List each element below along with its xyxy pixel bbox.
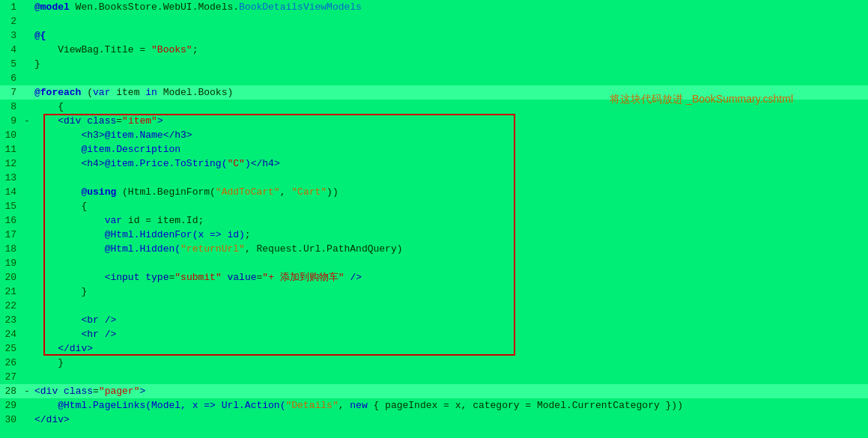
token-plain: [222, 272, 228, 283]
code-line: 15 {: [0, 199, 868, 213]
token-plain: [34, 243, 105, 255]
line-number: 6: [0, 71, 22, 85]
line-number: 13: [0, 171, 22, 185]
token-kw-razor: @model: [34, 1, 70, 13]
line-content: <div class="item">: [31, 114, 868, 128]
line-number: 22: [0, 299, 22, 313]
code-line: 23 <br />: [0, 313, 868, 327]
line-number: 16: [0, 213, 22, 228]
code-line: 20 <input type="submit" value="+ 添加到购物车"…: [0, 270, 868, 285]
line-number: 27: [0, 370, 22, 384]
token-tag-blue: </div>: [58, 343, 93, 354]
token-kw-razor: @using: [81, 186, 116, 198]
token-tag-blue: <h3>: [81, 130, 104, 141]
token-plain: Wen.BooksStore.WebUI.Models.: [70, 1, 239, 13]
line-number: 4: [0, 43, 22, 57]
line-content: }: [31, 285, 868, 299]
line-number: 2: [0, 14, 22, 28]
token-plain: [34, 314, 81, 326]
line-content: }: [31, 57, 868, 71]
token-plain: [34, 215, 105, 226]
token-plain: [34, 329, 81, 340]
line-content: <hr />: [31, 327, 868, 341]
fold-indicator[interactable]: -: [22, 384, 31, 398]
line-number: 23: [0, 313, 22, 327]
line-number: 5: [0, 57, 22, 71]
line-number: 29: [0, 398, 22, 413]
token-plain: { pageIndex = x, category = Model.Curren…: [368, 400, 683, 411]
token-attr-val: "pager": [99, 386, 140, 397]
code-line: 13: [0, 171, 868, 185]
line-content: @Html.PageLinks(Model, x => Url.Action("…: [31, 398, 868, 413]
token-plain: Model.Books): [157, 87, 233, 98]
code-line: 26 }: [0, 356, 868, 370]
line-number: 20: [0, 270, 22, 285]
code-editor: 1 @model Wen.BooksStore.WebUI.Models.Boo…: [0, 0, 868, 438]
line-content: [31, 299, 868, 313]
token-tag-blue: />: [105, 329, 117, 340]
token-razor-var: @item.Price.ToString(: [105, 158, 228, 169]
token-tag-blue: <h4>: [81, 158, 104, 169]
line-number: 15: [0, 199, 22, 213]
token-plain: [34, 158, 81, 169]
line-content: @using (Html.BeginForm("AddToCart", "Car…: [31, 185, 868, 199]
line-number: 10: [0, 128, 22, 142]
token-str-orange: "Cart": [291, 186, 327, 198]
code-line: 12 <h4>@item.Price.ToString("C")</h4>: [0, 156, 868, 171]
line-content: <h3>@item.Name</h3>: [31, 128, 868, 142]
line-content: [31, 171, 868, 185]
token-plain: =: [116, 115, 122, 127]
fold-indicator[interactable]: -: [22, 114, 31, 128]
line-content: </div>: [31, 341, 868, 356]
code-line: 28-<div class="pager">: [0, 384, 868, 398]
line-content: [31, 370, 868, 384]
line-number: 7: [0, 85, 22, 100]
code-line: 1 @model Wen.BooksStore.WebUI.Models.Boo…: [0, 0, 868, 14]
line-content: <br />: [31, 313, 868, 327]
line-content: @item.Description: [31, 142, 868, 156]
code-line: 3 @{: [0, 28, 868, 43]
token-str-red: "C": [227, 158, 244, 169]
token-tag-blue: >: [139, 386, 145, 397]
token-attr-name: type: [145, 272, 169, 283]
token-str-orange: "AddToCart": [216, 186, 280, 198]
token-tag-blue: <div: [34, 386, 58, 397]
line-number: 11: [0, 142, 22, 156]
line-content: <input type="submit" value="+ 添加到购物车" />: [31, 270, 868, 285]
token-kw-blue: var: [93, 87, 110, 98]
line-number: 30: [0, 413, 22, 427]
code-line: 30 </div>: [0, 413, 868, 427]
line-content: [31, 256, 868, 270]
token-plain: item: [110, 87, 145, 98]
token-kw-razor: @{: [34, 30, 46, 41]
token-razor-var: @item.Name: [105, 130, 163, 141]
token-plain: ,: [339, 400, 350, 411]
token-plain: [34, 229, 105, 240]
line-number: 21: [0, 285, 22, 299]
token-attr-name: class: [64, 386, 93, 397]
token-plain: {: [34, 101, 64, 112]
token-tag-blue: />: [350, 272, 362, 283]
line-content: @model Wen.BooksStore.WebUI.Models.BookD…: [31, 0, 868, 14]
code-line: 17 @Html.HiddenFor(x => id);: [0, 228, 868, 242]
token-razor-var: ): [245, 158, 251, 169]
token-plain: [34, 343, 58, 354]
token-plain: (: [81, 87, 93, 98]
line-number: 14: [0, 185, 22, 199]
line-content: ViewBag.Title = "Books";: [31, 43, 868, 57]
line-number: 26: [0, 356, 22, 370]
token-kw-razor: @foreach: [34, 87, 81, 98]
token-razor-var: @Html.Hidden(: [105, 243, 180, 255]
line-content: }: [31, 356, 868, 370]
token-plain: [99, 314, 105, 326]
code-line: 2: [0, 14, 868, 28]
annotation-text: 将这块代码放进 _BookSummary.cshtml: [610, 93, 793, 106]
line-number: 12: [0, 156, 22, 171]
token-plain: (Html.BeginForm(: [116, 186, 216, 198]
code-line: 29 @Html.PageLinks(Model, x => Url.Actio…: [0, 398, 868, 413]
token-attr-name: class: [87, 115, 116, 127]
token-str-orange: "Details": [285, 400, 338, 411]
code-line: 18 @Html.Hidden("returnUrl", Request.Url…: [0, 242, 868, 256]
code-line: 9- <div class="item">: [0, 114, 868, 128]
line-content: <h4>@item.Price.ToString("C")</h4>: [31, 156, 868, 171]
